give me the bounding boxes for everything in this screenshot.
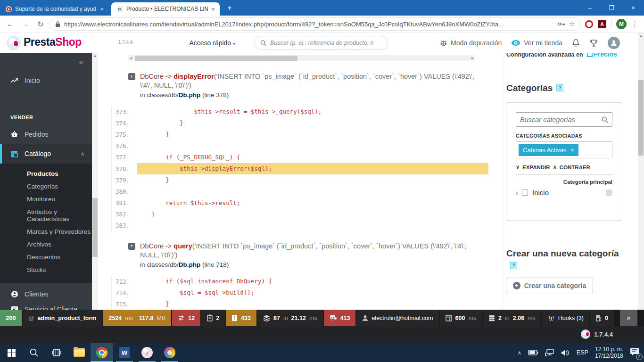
network-icon[interactable]: [545, 349, 554, 356]
help-icon[interactable]: ?: [510, 262, 517, 269]
opera-extension-icon[interactable]: [585, 20, 593, 28]
scrollbar-thumb[interactable]: [92, 198, 98, 257]
expand-all-button[interactable]: EXPANDIR: [522, 165, 550, 170]
route-block[interactable]: @admin_product_form: [23, 310, 102, 326]
back-button[interactable]: ←: [4, 20, 17, 28]
tab-soporte[interactable]: Soporte de la comunidad y ayud ×: [0, 2, 108, 16]
stack-trace-entry: + DbCore -> displayError('INSERT INTO `p…: [128, 72, 484, 99]
tab-close-icon[interactable]: ×: [211, 6, 215, 13]
word-button[interactable]: W: [113, 343, 136, 362]
file-explorer-button[interactable]: [68, 343, 91, 362]
sidebar-item-archivos[interactable]: Archivos: [0, 238, 92, 251]
create-category-button[interactable]: + Crear una categoría: [506, 278, 593, 293]
fuel-pump-icon: [596, 315, 602, 321]
close-button[interactable]: ×: [622, 0, 644, 16]
admin-sidebar: « Inicio VENDER Pedidos Catálogo ∧ Produ…: [0, 53, 92, 310]
url-field[interactable]: https://www.electronicaslinares.com/tien…: [49, 17, 581, 31]
sidebar-item-marcas[interactable]: Marcas y Proveedores: [0, 225, 92, 238]
url-text: https://www.electronicaslinares.com/tien…: [64, 21, 554, 28]
clock[interactable]: 12:10 p. m. 17/12/2018: [595, 346, 623, 359]
sidebar-item-productos[interactable]: Productos: [0, 167, 92, 180]
start-button[interactable]: [0, 343, 23, 362]
help-icon[interactable]: ?: [556, 84, 563, 91]
sidebar-item-categorias[interactable]: Categorías: [0, 180, 92, 193]
minimize-button[interactable]: –: [579, 0, 601, 16]
expand-plus-icon[interactable]: +: [128, 73, 135, 80]
user-avatar[interactable]: [608, 37, 620, 49]
scrollbar-thumb[interactable]: [638, 80, 644, 156]
trending-up-icon: [10, 78, 18, 83]
content-horizontal-scrollbar[interactable]: ◄ ►: [128, 55, 475, 61]
task-view-button[interactable]: [45, 343, 68, 362]
bookmark-star-icon[interactable]: ☆: [569, 20, 575, 28]
sidebar-item-atributos[interactable]: Atributos y Características: [0, 206, 92, 225]
scroll-left-arrow-icon[interactable]: ◄: [128, 55, 133, 61]
tab-producto[interactable]: EL Producto • ELECTRONICAS LINAR ×: [111, 2, 220, 16]
translations-block[interactable]: a文 413: [324, 310, 356, 326]
notification-center-button[interactable]: 2: [630, 347, 639, 358]
main-category-radio[interactable]: [606, 189, 612, 196]
category-checkbox[interactable]: [522, 189, 528, 196]
requests-icon: [178, 315, 185, 321]
scroll-right-arrow-icon[interactable]: ►: [470, 55, 475, 61]
scrollbar-thumb[interactable]: [135, 56, 297, 61]
render-time-block[interactable]: 600ms: [440, 310, 482, 326]
sidebar-collapse-icon[interactable]: «: [79, 58, 83, 67]
bug-icon: [440, 39, 447, 47]
category-search-input[interactable]: [520, 116, 599, 123]
expand-plus-icon[interactable]: +: [128, 243, 135, 250]
sidebar-item-stocks[interactable]: Stocks: [0, 263, 92, 276]
restore-button[interactable]: ❐: [601, 0, 622, 16]
language-indicator[interactable]: ESP: [577, 349, 588, 356]
content-vertical-scrollbar[interactable]: ▲: [92, 53, 98, 310]
view-shop-link[interactable]: Ver mi tienda: [511, 39, 562, 47]
speaker-icon[interactable]: [561, 349, 570, 356]
sidebar-item-descuentos[interactable]: Descuentos: [0, 251, 92, 263]
profiler-close-button[interactable]: ×: [620, 310, 637, 326]
forward-button[interactable]: →: [19, 20, 32, 28]
reload-button[interactable]: ↻: [34, 20, 47, 29]
admin-search-input[interactable]: [270, 40, 382, 46]
key-icon[interactable]: [558, 22, 565, 26]
database-queries-block[interactable]: 87in21.12ms: [257, 310, 323, 326]
sidebar-item-catalogo[interactable]: Catálogo ∧: [0, 144, 92, 164]
chrome-button[interactable]: [91, 343, 113, 362]
collapse-all-button[interactable]: CONTRAER: [560, 165, 590, 170]
forms-block[interactable]: 2: [201, 310, 225, 326]
sidebar-item-clientes[interactable]: Clientes: [0, 287, 92, 302]
browser-menu-icon[interactable]: ⋮: [631, 20, 638, 28]
scroll-up-arrow-icon[interactable]: ▲: [92, 53, 98, 59]
bell-icon[interactable]: [572, 39, 580, 48]
chevron-down-icon: ∨: [516, 164, 520, 170]
sidebar-item-pedidos[interactable]: Pedidos: [0, 125, 92, 144]
ajax-block[interactable]: 12: [172, 310, 200, 326]
browser-profile-avatar[interactable]: M: [616, 19, 627, 29]
adobe-pdf-extension-icon[interactable]: A: [598, 20, 606, 28]
quick-access-dropdown[interactable]: Acceso rápido ▾: [189, 39, 235, 47]
trophy-icon[interactable]: [589, 39, 598, 48]
sidebar-item-monitoreo[interactable]: Monitoreo: [0, 193, 92, 206]
new-tab-button[interactable]: +: [227, 3, 232, 13]
chip-remove-icon[interactable]: ×: [571, 147, 575, 154]
cache-block[interactable]: 2in2.06ms: [483, 310, 541, 326]
paint-app-button[interactable]: [158, 343, 181, 362]
user-block[interactable]: electrolin@hotmail.com: [356, 310, 438, 326]
hooks-block[interactable]: Hooks (3): [542, 310, 589, 326]
itunes-button[interactable]: ♪: [136, 343, 158, 362]
prestashop-logo[interactable]: PrestaShop: [7, 36, 82, 50]
scroll-up-arrow-icon[interactable]: ▲: [638, 33, 644, 40]
show-hidden-icons-button[interactable]: ∧: [518, 350, 521, 356]
http-status-block[interactable]: 200: [0, 310, 22, 326]
admin-search-box[interactable]: [254, 36, 388, 50]
taskbar-search-button[interactable]: [23, 343, 45, 362]
chevron-right-icon[interactable]: ›: [516, 189, 518, 197]
exceptions-block[interactable]: ! 433: [226, 310, 256, 326]
page-vertical-scrollbar[interactable]: ▲ ▼: [638, 33, 644, 343]
battery-icon[interactable]: [528, 350, 538, 355]
fuel-block[interactable]: 0: [590, 310, 614, 326]
debug-mode-indicator[interactable]: Modo depuración: [440, 39, 502, 47]
tab-close-icon[interactable]: ×: [100, 6, 104, 13]
category-search-box[interactable]: [516, 112, 612, 127]
performance-block[interactable]: 2524ms117.8MB: [103, 310, 171, 326]
sidebar-item-inicio[interactable]: Inicio: [0, 73, 92, 89]
